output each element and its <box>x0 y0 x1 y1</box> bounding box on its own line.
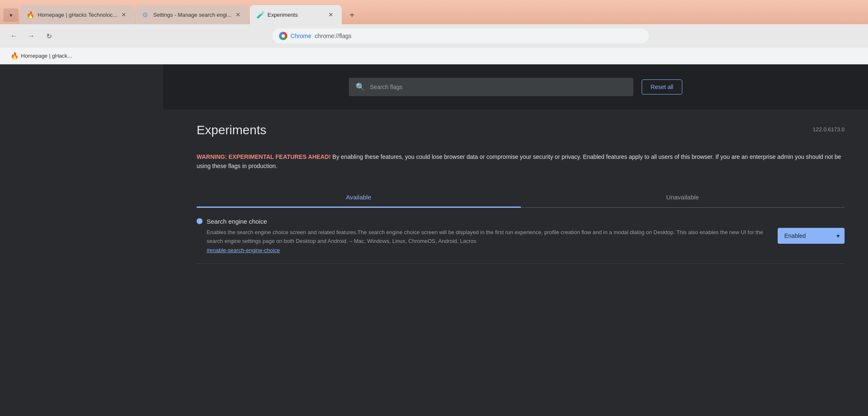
url-text: chrome://flags <box>315 33 351 39</box>
tab-experiments[interactable]: 🧪 Experiments ✕ <box>250 5 342 24</box>
tab-available-label: Available <box>346 194 371 201</box>
flame-icon: 🔥 <box>27 11 34 18</box>
forward-button[interactable]: → <box>24 29 38 43</box>
flag-control-search-engine-choice[interactable]: Default Enabled Disabled <box>778 228 845 244</box>
browser-name-text: Chrome <box>291 33 312 39</box>
flask-icon: 🧪 <box>256 11 264 18</box>
flag-select-wrapper[interactable]: Default Enabled Disabled <box>778 228 845 244</box>
forward-icon: → <box>28 32 35 40</box>
nav-bar: ← → ↻ Chrome chrome://flags <box>0 24 868 48</box>
chrome-logo-icon <box>279 32 287 40</box>
new-tab-button[interactable]: + <box>344 8 359 23</box>
bookmark-ghacks-label: Homepage | gHack... <box>21 53 72 59</box>
tab-settings[interactable]: ⚙ Settings - Manage search engi... ✕ <box>136 5 249 24</box>
page-header: Experiments 122.0.6173.0 <box>197 123 845 139</box>
tab-dropdown-button[interactable]: ▾ <box>3 8 18 22</box>
tab-unavailable[interactable]: Unavailable <box>521 188 845 208</box>
warning-block: WARNING: EXPERIMENTAL FEATURES AHEAD! By… <box>197 152 845 171</box>
tab-ghacks[interactable]: 🔥 Homepage | gHacks Technoloc... ✕ <box>20 5 135 24</box>
tab-experiments-title: Experiments <box>267 12 324 18</box>
tab-ghacks-title: Homepage | gHacks Technoloc... <box>38 12 117 18</box>
tab-settings-title: Settings - Manage search engi... <box>153 12 231 18</box>
flag-item-search-engine-choice: Search engine choice Enables the search … <box>197 208 845 264</box>
bookmarks-bar: 🔥 Homepage | gHack... <box>0 48 868 64</box>
flags-page: 🔍 Search flags Reset all Experiments 122… <box>163 64 868 416</box>
tab-unavailable-label: Unavailable <box>666 194 699 201</box>
flag-title-row: Search engine choice <box>197 218 764 225</box>
flag-enabled-dot <box>197 218 202 224</box>
tab-experiments-close[interactable]: ✕ <box>327 10 335 19</box>
flag-link[interactable]: #enable-search-engine-choice <box>207 247 764 253</box>
chrome-circle-icon <box>279 32 287 40</box>
content-area: Experiments 122.0.6173.0 WARNING: EXPERI… <box>163 110 868 277</box>
reload-icon: ↻ <box>46 32 52 40</box>
reload-button[interactable]: ↻ <box>42 29 56 43</box>
reset-all-button[interactable]: Reset all <box>642 79 682 94</box>
flags-tabs: Available Unavailable <box>197 188 845 208</box>
main-wrapper: 🔍 Search flags Reset all Experiments 122… <box>0 64 868 416</box>
dropdown-icon: ▾ <box>10 12 13 18</box>
flag-info-search-engine-choice: Search engine choice Enables the search … <box>197 218 764 254</box>
tab-settings-close[interactable]: ✕ <box>234 10 242 19</box>
version-text: 122.0.6173.0 <box>813 123 845 133</box>
flag-description: Enables the search engine choice screen … <box>207 228 764 246</box>
tab-ghacks-close[interactable]: ✕ <box>120 10 128 19</box>
new-tab-icon: + <box>350 10 355 20</box>
back-button[interactable]: ← <box>7 29 21 43</box>
search-input[interactable]: Search flags <box>370 84 402 90</box>
address-bar[interactable]: Chrome chrome://flags <box>272 28 649 43</box>
page-title: Experiments <box>197 123 266 137</box>
back-icon: ← <box>10 32 17 40</box>
flag-title-text: Search engine choice <box>207 218 267 225</box>
bookmark-flame-icon: 🔥 <box>11 52 18 60</box>
flag-list: Search engine choice Enables the search … <box>197 208 845 264</box>
warning-label: WARNING: EXPERIMENTAL FEATURES AHEAD! <box>197 153 331 160</box>
search-icon: 🔍 <box>356 82 365 92</box>
tab-available[interactable]: Available <box>197 188 521 208</box>
sidebar <box>0 64 163 416</box>
tab-bar: ▾ 🔥 Homepage | gHacks Technoloc... ✕ ⚙ S… <box>0 0 868 24</box>
search-bar[interactable]: 🔍 Search flags <box>349 78 633 96</box>
bookmark-ghacks[interactable]: 🔥 Homepage | gHack... <box>7 51 76 61</box>
flag-select[interactable]: Default Enabled Disabled <box>778 228 845 244</box>
search-bar-area: 🔍 Search flags Reset all <box>163 64 868 110</box>
settings-icon: ⚙ <box>142 11 150 18</box>
